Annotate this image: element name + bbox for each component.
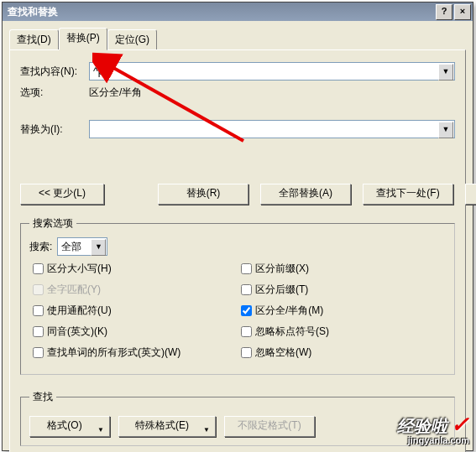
search-options-group: 搜索选项 搜索: 全部 ▼ 区分大小写(H)全字匹配(Y)使用通配符(U)同音(…	[20, 216, 455, 375]
format-button[interactable]: 格式(O)	[29, 416, 110, 437]
search-options-legend: 搜索选项	[29, 216, 76, 231]
titlebar[interactable]: 查找和替换 ? ×	[3, 3, 473, 21]
checkbox-label: 使用通配符(U)	[47, 304, 112, 318]
checkbox-label: 区分后缀(T)	[255, 283, 308, 297]
window-title: 查找和替换	[8, 5, 58, 19]
watermark-url: jingyanla.com	[397, 435, 469, 445]
search-scope-label: 搜索:	[29, 240, 52, 254]
find-what-value: ^p	[93, 65, 103, 77]
checkbox-left-column: 区分大小写(H)全字匹配(Y)使用通配符(U)同音(英文)(K)查找单词的所有形…	[29, 261, 238, 366]
find-what-label: 查找内容(N):	[20, 65, 89, 79]
checkbox-label: 全字匹配(Y)	[47, 283, 101, 297]
replace-panel: 查找内容(N): ^p ▼ 选项: 区分全/半角 替换为(I): ▼	[9, 49, 466, 452]
find-format-group: 查找 格式(O) 特殊格式(E) 不限定格式(T)	[20, 390, 455, 446]
checkbox-input[interactable]	[241, 284, 252, 295]
checkbox-label: 忽略空格(W)	[255, 345, 311, 360]
find-replace-dialog: 查找和替换 ? × 查找(D) 替换(P) 定位(G) 查找内容(N): ^p …	[2, 2, 473, 451]
no-format-button: 不限定格式(T)	[224, 416, 315, 437]
checkbox-option: 全字匹配(Y)	[29, 282, 238, 298]
tab-replace[interactable]: 替换(P)	[59, 28, 107, 50]
checkbox-right-column: 区分前缀(X)区分后缀(T)区分全/半角(M)忽略标点符号(S)忽略空格(W)	[238, 261, 446, 366]
client-area: 查找(D) 替换(P) 定位(G) 查找内容(N): ^p ▼ 选项: 区分全/…	[3, 21, 473, 450]
checkbox-input	[33, 284, 44, 295]
checkbox-option[interactable]: 忽略标点符号(S)	[238, 324, 446, 340]
dropdown-arrow-icon[interactable]: ▼	[438, 122, 453, 138]
checkbox-input[interactable]	[241, 263, 252, 274]
checkbox-label: 同音(英文)(K)	[47, 325, 107, 339]
options-label: 选项:	[20, 86, 89, 100]
checkbox-option[interactable]: 同音(英文)(K)	[29, 324, 238, 340]
watermark-text: 经验啦	[397, 417, 447, 435]
tab-goto[interactable]: 定位(G)	[107, 29, 157, 49]
tab-strip: 查找(D) 替换(P) 定位(G)	[9, 28, 466, 49]
replace-with-label: 替换为(I):	[20, 122, 89, 137]
checkbox-option[interactable]: 使用通配符(U)	[29, 303, 238, 319]
checkbox-input[interactable]	[33, 326, 44, 337]
checkbox-label: 忽略标点符号(S)	[255, 325, 329, 339]
checkbox-label: 查找单词的所有形式(英文)(W)	[47, 345, 180, 360]
find-next-button[interactable]: 查找下一处(F)	[363, 184, 453, 205]
replace-with-input[interactable]: ▼	[89, 120, 455, 138]
find-what-input[interactable]: ^p ▼	[89, 62, 455, 81]
checkbox-label: 区分前缀(X)	[255, 262, 309, 276]
checkbox-option[interactable]: 区分前缀(X)	[238, 261, 446, 277]
search-scope-select[interactable]: 全部 ▼	[57, 237, 107, 256]
checkbox-option[interactable]: 区分全/半角(M)	[238, 303, 446, 319]
checkbox-label: 区分全/半角(M)	[255, 304, 323, 318]
dropdown-arrow-icon[interactable]: ▼	[438, 64, 453, 81]
checkmark-icon: ✓	[451, 412, 469, 437]
checkbox-input[interactable]	[241, 347, 252, 358]
checkbox-input[interactable]	[33, 263, 44, 274]
checkbox-option[interactable]: 查找单词的所有形式(英文)(W)	[29, 345, 238, 361]
checkbox-input[interactable]	[241, 326, 252, 337]
less-button[interactable]: << 更少(L)	[20, 184, 104, 205]
dropdown-arrow-icon[interactable]: ▼	[91, 239, 106, 256]
replace-all-button[interactable]: 全部替换(A)	[260, 184, 351, 205]
checkbox-option[interactable]: 区分大小写(H)	[29, 261, 238, 277]
watermark: 经验啦✓ jingyanla.com	[397, 413, 469, 445]
find-format-legend: 查找	[29, 390, 56, 404]
checkbox-label: 区分大小写(H)	[47, 262, 112, 276]
checkbox-input[interactable]	[33, 347, 44, 358]
replace-button[interactable]: 替换(R)	[158, 184, 248, 205]
special-format-button[interactable]: 特殊格式(E)	[118, 416, 216, 437]
cancel-button[interactable]: 取消	[465, 184, 476, 205]
checkbox-input[interactable]	[241, 305, 252, 316]
action-buttons-row: << 更少(L) 替换(R) 全部替换(A) 查找下一处(F) 取消	[20, 184, 455, 205]
checkbox-input[interactable]	[33, 305, 44, 316]
checkbox-option[interactable]: 区分后缀(T)	[238, 282, 446, 298]
search-scope-value: 全部	[61, 240, 81, 254]
checkbox-option[interactable]: 忽略空格(W)	[238, 345, 446, 361]
help-button[interactable]: ?	[436, 4, 452, 20]
tab-find[interactable]: 查找(D)	[9, 29, 59, 49]
options-value: 区分全/半角	[89, 86, 142, 100]
close-button[interactable]: ×	[454, 4, 471, 20]
